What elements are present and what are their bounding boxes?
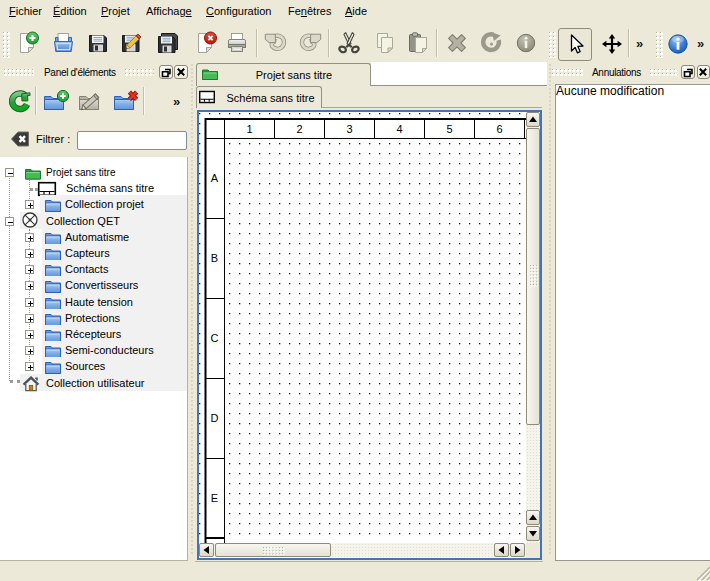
- svg-text:6: 6: [496, 123, 502, 135]
- svg-text:B: B: [211, 252, 218, 264]
- svg-text:3: 3: [346, 123, 352, 135]
- svg-text:4: 4: [396, 123, 402, 135]
- svg-text:C: C: [211, 332, 219, 344]
- svg-text:5: 5: [446, 123, 452, 135]
- svg-text:A: A: [211, 172, 219, 184]
- svg-text:E: E: [211, 492, 218, 504]
- svg-text:2: 2: [296, 123, 302, 135]
- svg-text:1: 1: [246, 123, 252, 135]
- svg-text:D: D: [211, 412, 219, 424]
